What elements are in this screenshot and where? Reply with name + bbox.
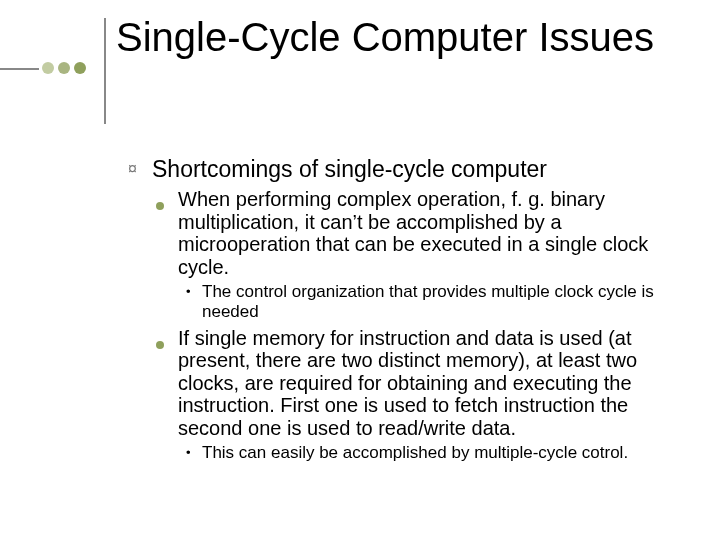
bullet-icon: ¤	[128, 156, 152, 182]
bullet-icon: •	[186, 443, 202, 463]
slide-body: ¤ Shortcomings of single-cycle computer …	[128, 146, 668, 469]
decor-hline	[0, 68, 39, 70]
bullet-text: The control organization that provides m…	[202, 282, 668, 321]
bullet-level-1: ¤ Shortcomings of single-cycle computer	[128, 156, 668, 182]
slide-title: Single-Cycle Computer Issues	[116, 14, 676, 60]
bullet-icon: •	[186, 282, 202, 321]
bullet-level-2: If single memory for instruction and dat…	[156, 327, 668, 439]
bullet-text: If single memory for instruction and dat…	[178, 327, 668, 439]
bullet-text: This can easily be accomplished by multi…	[202, 443, 668, 463]
bullet-icon	[156, 188, 178, 278]
decor-vline	[104, 18, 106, 124]
bullet-text: Shortcomings of single-cycle computer	[152, 156, 668, 182]
bullet-text: When performing complex operation, f. g.…	[178, 188, 668, 278]
decor-dot-icon	[58, 62, 70, 74]
bullet-level-3: • The control organization that provides…	[186, 282, 668, 321]
bullet-icon	[156, 327, 178, 439]
bullet-level-2: When performing complex operation, f. g.…	[156, 188, 668, 278]
bullet-level-3: • This can easily be accomplished by mul…	[186, 443, 668, 463]
slide: Single-Cycle Computer Issues ¤ Shortcomi…	[0, 0, 720, 540]
decor-dot-icon	[42, 62, 54, 74]
decor-dot-icon	[74, 62, 86, 74]
decor-dots	[42, 62, 86, 74]
